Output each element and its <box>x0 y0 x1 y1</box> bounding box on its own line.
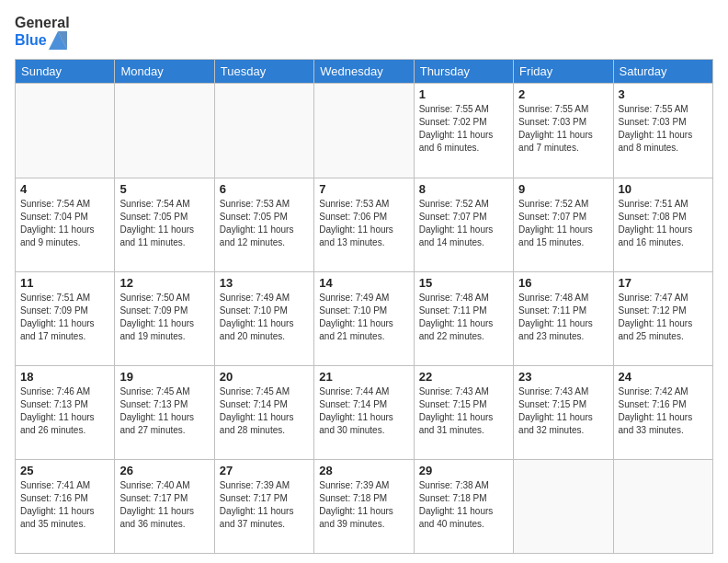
calendar-day-cell <box>214 84 313 178</box>
day-info: Sunrise: 7:48 AM Sunset: 7:11 PM Dayligh… <box>518 292 608 343</box>
calendar-day-header: Thursday <box>414 60 513 84</box>
calendar-day-cell: 17Sunrise: 7:47 AM Sunset: 7:12 PM Dayli… <box>613 271 712 365</box>
day-number: 28 <box>319 464 408 477</box>
calendar-week-row: 4Sunrise: 7:54 AM Sunset: 7:04 PM Daylig… <box>16 178 713 271</box>
day-number: 21 <box>319 370 408 384</box>
day-number: 23 <box>518 370 608 384</box>
day-info: Sunrise: 7:40 AM Sunset: 7:17 PM Dayligh… <box>119 479 209 531</box>
day-info: Sunrise: 7:47 AM Sunset: 7:12 PM Dayligh… <box>619 292 708 343</box>
calendar-day-cell <box>514 459 613 553</box>
day-info: Sunrise: 7:39 AM Sunset: 7:18 PM Dayligh… <box>319 479 408 531</box>
day-info: Sunrise: 7:45 AM Sunset: 7:14 PM Dayligh… <box>220 385 309 437</box>
calendar-day-cell: 1Sunrise: 7:55 AM Sunset: 7:02 PM Daylig… <box>414 84 513 178</box>
calendar-day-cell: 11Sunrise: 7:51 AM Sunset: 7:09 PM Dayli… <box>16 271 115 365</box>
day-number: 11 <box>20 276 109 290</box>
day-number: 15 <box>419 276 508 290</box>
calendar-day-cell <box>613 459 712 553</box>
calendar-day-cell: 18Sunrise: 7:46 AM Sunset: 7:13 PM Dayli… <box>16 365 115 459</box>
calendar-week-row: 1Sunrise: 7:55 AM Sunset: 7:02 PM Daylig… <box>16 84 713 178</box>
day-number: 10 <box>619 182 708 196</box>
logo-blue-text: Blue <box>15 31 70 50</box>
day-info: Sunrise: 7:48 AM Sunset: 7:11 PM Dayligh… <box>419 292 508 343</box>
day-number: 7 <box>319 182 408 196</box>
day-number: 18 <box>20 370 109 384</box>
calendar-day-cell <box>115 84 214 178</box>
calendar-day-cell: 29Sunrise: 7:38 AM Sunset: 7:18 PM Dayli… <box>414 459 513 553</box>
day-number: 2 <box>518 87 608 101</box>
day-number: 4 <box>20 182 109 196</box>
calendar-day-cell: 2Sunrise: 7:55 AM Sunset: 7:03 PM Daylig… <box>514 84 613 178</box>
day-info: Sunrise: 7:45 AM Sunset: 7:13 PM Dayligh… <box>119 385 209 437</box>
calendar-day-header: Tuesday <box>214 60 313 84</box>
calendar-day-cell: 25Sunrise: 7:41 AM Sunset: 7:16 PM Dayli… <box>16 459 115 553</box>
calendar-day-cell: 23Sunrise: 7:43 AM Sunset: 7:15 PM Dayli… <box>514 365 613 459</box>
day-info: Sunrise: 7:55 AM Sunset: 7:02 PM Dayligh… <box>419 103 508 155</box>
day-info: Sunrise: 7:54 AM Sunset: 7:04 PM Dayligh… <box>20 198 109 249</box>
day-info: Sunrise: 7:38 AM Sunset: 7:18 PM Dayligh… <box>419 479 508 531</box>
calendar-week-row: 18Sunrise: 7:46 AM Sunset: 7:13 PM Dayli… <box>16 365 713 459</box>
day-number: 20 <box>220 370 309 384</box>
calendar-day-cell: 21Sunrise: 7:44 AM Sunset: 7:14 PM Dayli… <box>314 365 414 459</box>
day-info: Sunrise: 7:52 AM Sunset: 7:07 PM Dayligh… <box>419 198 508 249</box>
calendar-day-cell: 3Sunrise: 7:55 AM Sunset: 7:03 PM Daylig… <box>613 84 712 178</box>
day-number: 26 <box>119 464 209 477</box>
calendar-day-cell: 4Sunrise: 7:54 AM Sunset: 7:04 PM Daylig… <box>16 178 115 271</box>
day-number: 5 <box>119 182 209 196</box>
day-number: 14 <box>319 276 408 290</box>
day-info: Sunrise: 7:55 AM Sunset: 7:03 PM Dayligh… <box>518 103 608 155</box>
calendar-day-cell: 7Sunrise: 7:53 AM Sunset: 7:06 PM Daylig… <box>314 178 414 271</box>
day-info: Sunrise: 7:42 AM Sunset: 7:16 PM Dayligh… <box>619 385 708 437</box>
calendar-day-cell <box>16 84 115 178</box>
day-number: 29 <box>419 464 508 477</box>
calendar-day-cell: 13Sunrise: 7:49 AM Sunset: 7:10 PM Dayli… <box>214 271 313 365</box>
calendar-day-cell: 27Sunrise: 7:39 AM Sunset: 7:17 PM Dayli… <box>214 459 313 553</box>
calendar: SundayMondayTuesdayWednesdayThursdayFrid… <box>15 59 713 554</box>
calendar-day-cell: 26Sunrise: 7:40 AM Sunset: 7:17 PM Dayli… <box>115 459 214 553</box>
day-number: 27 <box>220 464 309 477</box>
calendar-day-header: Friday <box>514 60 613 84</box>
calendar-day-cell: 20Sunrise: 7:45 AM Sunset: 7:14 PM Dayli… <box>214 365 313 459</box>
calendar-day-cell: 16Sunrise: 7:48 AM Sunset: 7:11 PM Dayli… <box>514 271 613 365</box>
calendar-day-cell: 10Sunrise: 7:51 AM Sunset: 7:08 PM Dayli… <box>613 178 712 271</box>
day-info: Sunrise: 7:39 AM Sunset: 7:17 PM Dayligh… <box>220 479 309 531</box>
day-number: 16 <box>518 276 608 290</box>
calendar-day-cell: 22Sunrise: 7:43 AM Sunset: 7:15 PM Dayli… <box>414 365 513 459</box>
day-number: 9 <box>518 182 608 196</box>
day-info: Sunrise: 7:55 AM Sunset: 7:03 PM Dayligh… <box>619 103 708 155</box>
day-info: Sunrise: 7:43 AM Sunset: 7:15 PM Dayligh… <box>419 385 508 437</box>
day-number: 8 <box>419 182 508 196</box>
calendar-day-cell: 19Sunrise: 7:45 AM Sunset: 7:13 PM Dayli… <box>115 365 214 459</box>
day-info: Sunrise: 7:49 AM Sunset: 7:10 PM Dayligh… <box>319 292 408 343</box>
day-info: Sunrise: 7:49 AM Sunset: 7:10 PM Dayligh… <box>220 292 309 343</box>
calendar-day-cell: 15Sunrise: 7:48 AM Sunset: 7:11 PM Dayli… <box>414 271 513 365</box>
day-info: Sunrise: 7:51 AM Sunset: 7:08 PM Dayligh… <box>619 198 708 249</box>
page: General Blue SundayMondayTuesdayWednesda… <box>0 0 728 563</box>
day-info: Sunrise: 7:51 AM Sunset: 7:09 PM Dayligh… <box>20 292 109 343</box>
logo: General Blue <box>15 15 70 50</box>
day-info: Sunrise: 7:54 AM Sunset: 7:05 PM Dayligh… <box>119 198 209 249</box>
calendar-header-row: SundayMondayTuesdayWednesdayThursdayFrid… <box>16 60 713 84</box>
day-info: Sunrise: 7:44 AM Sunset: 7:14 PM Dayligh… <box>319 385 408 437</box>
calendar-day-cell: 28Sunrise: 7:39 AM Sunset: 7:18 PM Dayli… <box>314 459 414 553</box>
calendar-day-cell: 9Sunrise: 7:52 AM Sunset: 7:07 PM Daylig… <box>514 178 613 271</box>
calendar-day-header: Saturday <box>613 60 712 84</box>
day-info: Sunrise: 7:53 AM Sunset: 7:05 PM Dayligh… <box>220 198 309 249</box>
calendar-day-cell: 5Sunrise: 7:54 AM Sunset: 7:05 PM Daylig… <box>115 178 214 271</box>
day-info: Sunrise: 7:53 AM Sunset: 7:06 PM Dayligh… <box>319 198 408 249</box>
calendar-day-cell: 14Sunrise: 7:49 AM Sunset: 7:10 PM Dayli… <box>314 271 414 365</box>
day-number: 13 <box>220 276 309 290</box>
day-number: 25 <box>20 464 109 477</box>
day-number: 1 <box>419 87 508 101</box>
header: General Blue <box>15 15 713 50</box>
day-info: Sunrise: 7:46 AM Sunset: 7:13 PM Dayligh… <box>20 385 109 437</box>
calendar-day-cell: 12Sunrise: 7:50 AM Sunset: 7:09 PM Dayli… <box>115 271 214 365</box>
calendar-week-row: 11Sunrise: 7:51 AM Sunset: 7:09 PM Dayli… <box>16 271 713 365</box>
logo-triangle-icon <box>49 31 67 50</box>
day-info: Sunrise: 7:43 AM Sunset: 7:15 PM Dayligh… <box>518 385 608 437</box>
day-number: 19 <box>119 370 209 384</box>
day-info: Sunrise: 7:41 AM Sunset: 7:16 PM Dayligh… <box>20 479 109 531</box>
day-number: 12 <box>119 276 209 290</box>
calendar-day-cell <box>314 84 414 178</box>
calendar-day-cell: 24Sunrise: 7:42 AM Sunset: 7:16 PM Dayli… <box>613 365 712 459</box>
calendar-day-cell: 6Sunrise: 7:53 AM Sunset: 7:05 PM Daylig… <box>214 178 313 271</box>
